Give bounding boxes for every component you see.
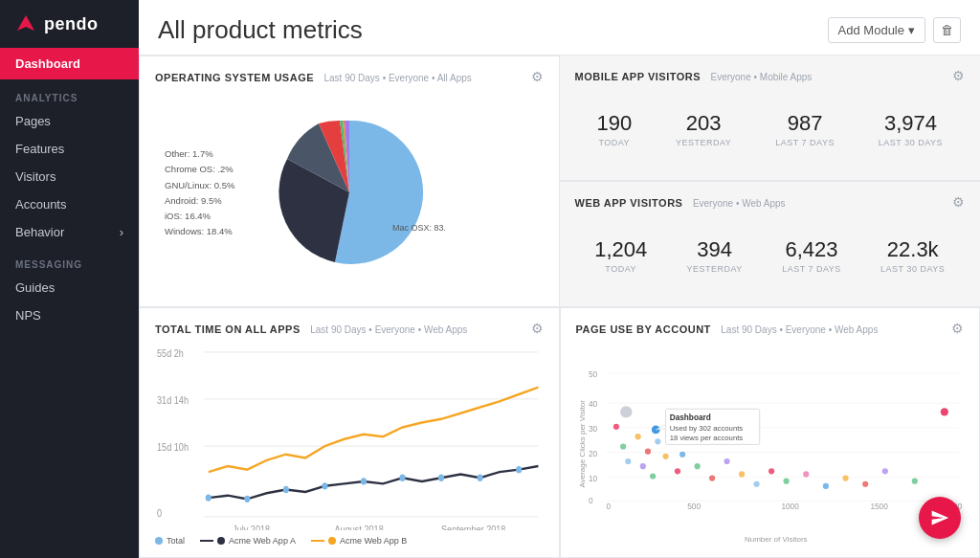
pie-chart: Mac OSX: 83.7% — [254, 106, 445, 279]
svg-point-18 — [516, 465, 522, 472]
os-usage-widget: OPERATING SYSTEM USAGE Last 90 Days • Ev… — [139, 56, 560, 307]
svg-point-49 — [674, 468, 679, 474]
svg-text:1500: 1500 — [870, 502, 888, 510]
os-settings-icon[interactable]: ⚙ — [531, 69, 544, 84]
svg-point-66 — [620, 406, 632, 417]
scatter-inner: 50 40 30 20 10 0 — [589, 343, 965, 547]
sidebar-item-features[interactable]: Features — [0, 135, 139, 163]
dashboard-grid: OPERATING SYSTEM USAGE Last 90 Days • Ev… — [139, 56, 980, 558]
sidebar-item-guides[interactable]: Guides — [0, 274, 139, 301]
legend-acme-a: Acme Web App A — [200, 536, 296, 546]
svg-point-56 — [753, 480, 759, 486]
sidebar-item-nps[interactable]: NPS — [0, 301, 139, 329]
metric-label: TODAY — [594, 264, 647, 274]
sidebar-item-dashboard[interactable]: Dashboard — [0, 48, 139, 79]
svg-text:Mac OSX: 83.7%: Mac OSX: 83.7% — [392, 223, 445, 233]
messaging-section-label: MESSAGING — [0, 246, 139, 274]
sidebar-item-behavior[interactable]: Behavior › — [0, 218, 139, 246]
svg-point-12 — [283, 485, 289, 492]
svg-text:50: 50 — [589, 370, 598, 379]
metric-value: 987 — [775, 111, 835, 136]
sidebar-item-pages[interactable]: Pages — [0, 107, 139, 135]
fab-button[interactable] — [919, 497, 961, 539]
chevron-down-icon: ▾ — [908, 23, 915, 37]
svg-point-10 — [206, 494, 212, 501]
svg-text:55d 2h: 55d 2h — [157, 346, 184, 358]
svg-text:40: 40 — [589, 400, 598, 409]
svg-point-64 — [911, 478, 917, 483]
metric-label: LAST 30 DAYS — [880, 264, 945, 274]
svg-point-54 — [724, 458, 729, 463]
send-icon — [930, 508, 949, 527]
mobile-settings-icon[interactable]: ⚙ — [952, 68, 965, 83]
metric-value: 1,204 — [594, 237, 647, 262]
mobile-metric-30days: 3,974 LAST 30 DAYS — [879, 111, 943, 147]
page-use-subtitle: Last 90 Days • Everyone • Web Apps — [721, 324, 878, 335]
svg-point-43 — [639, 463, 645, 469]
svg-text:15d 10h: 15d 10h — [157, 441, 189, 453]
os-widget-header: OPERATING SYSTEM USAGE Last 90 Days • Ev… — [155, 68, 544, 85]
metric-value: 190 — [596, 111, 632, 136]
metric-value: 6,423 — [782, 237, 841, 262]
web-widget-subtitle: Everyone • Web Apps — [693, 198, 786, 209]
web-visitors-widget: WEB APP VISITORS Everyone • Web Apps ⚙ 1… — [560, 181, 981, 306]
main-header: All product metrics Add Module ▾ 🗑 — [139, 0, 980, 56]
svg-point-47 — [662, 453, 668, 458]
legend-acme-b: Acme Web App B — [311, 536, 407, 546]
sidebar-item-accounts[interactable]: Accounts — [0, 190, 139, 218]
svg-point-60 — [822, 482, 828, 488]
page-use-widget: PAGE USE BY ACCOUNT Last 90 Days • Every… — [560, 307, 981, 559]
trash-icon: 🗑 — [941, 23, 953, 37]
y-axis-label: Average Clicks per Visitor — [576, 343, 589, 547]
mobile-widget-title: MOBILE APP VISITORS — [575, 71, 702, 82]
svg-marker-0 — [17, 15, 34, 31]
svg-point-55 — [739, 471, 745, 477]
legend-dot-a — [217, 537, 225, 545]
metric-label: LAST 30 DAYS — [879, 138, 943, 147]
delete-button[interactable]: 🗑 — [933, 17, 961, 43]
metric-value: 3,974 — [879, 111, 943, 136]
svg-point-14 — [361, 478, 367, 484]
metric-value: 394 — [686, 237, 742, 262]
mobile-metric-yesterday: 203 YESTERDAY — [676, 111, 731, 147]
svg-text:Used by 302 accounts: Used by 302 accounts — [669, 423, 743, 432]
main-content: All product metrics Add Module ▾ 🗑 OPERA… — [139, 0, 980, 558]
svg-point-41 — [625, 458, 631, 463]
add-module-button[interactable]: Add Module ▾ — [828, 17, 925, 43]
svg-point-58 — [783, 478, 789, 483]
sidebar: pendo Dashboard ANALYTICS Pages Features… — [0, 0, 139, 558]
svg-point-15 — [399, 474, 405, 480]
analytics-section-label: ANALYTICS — [0, 79, 139, 107]
mobile-metric-7days: 987 LAST 7 DAYS — [775, 111, 835, 147]
metric-label: LAST 7 DAYS — [782, 264, 841, 274]
sidebar-item-visitors[interactable]: Visitors — [0, 163, 139, 190]
web-widget-title: WEB APP VISITORS — [575, 197, 683, 209]
page-use-settings-icon[interactable]: ⚙ — [951, 321, 964, 336]
svg-point-63 — [881, 468, 887, 474]
svg-point-13 — [322, 482, 327, 489]
svg-point-52 — [694, 463, 700, 469]
scatter-plot: 50 40 30 20 10 0 — [589, 343, 965, 536]
svg-point-50 — [679, 451, 685, 457]
svg-text:0: 0 — [589, 497, 593, 505]
svg-point-42 — [635, 434, 640, 439]
line-chart: 55d 2h 31d 14h 15d 10h 0 — [155, 343, 544, 531]
total-time-settings-icon[interactable]: ⚙ — [531, 321, 544, 336]
svg-point-62 — [862, 480, 868, 486]
svg-point-53 — [709, 475, 715, 480]
logo: pendo — [0, 0, 139, 48]
total-time-header: TOTAL TIME ON ALL APPS Last 90 Days • Ev… — [155, 320, 544, 337]
svg-point-44 — [644, 448, 650, 454]
x-axis-label: Number of Visitors — [589, 535, 965, 546]
svg-point-61 — [842, 475, 848, 480]
legend-dot-b — [328, 537, 336, 545]
web-widget-header: WEB APP VISITORS Everyone • Web Apps ⚙ — [575, 193, 966, 211]
os-widget-subtitle: Last 90 Days • Everyone • All Apps — [324, 73, 472, 83]
svg-point-46 — [655, 438, 660, 444]
web-metrics-row: 1,204 TODAY 394 YESTERDAY 6,423 LAST 7 D… — [575, 216, 966, 295]
metric-label: TODAY — [596, 138, 632, 147]
web-settings-icon[interactable]: ⚙ — [952, 194, 965, 210]
total-time-title: TOTAL TIME ON ALL APPS — [155, 324, 301, 335]
svg-point-16 — [438, 474, 444, 480]
svg-point-40 — [620, 443, 626, 449]
